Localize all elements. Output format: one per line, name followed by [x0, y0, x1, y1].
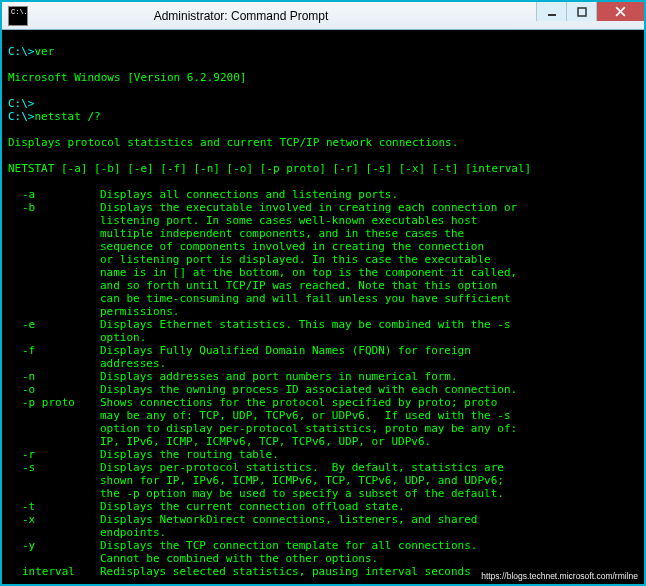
window-frame: C:\. Administrator: Command Prompt C:\>v…	[0, 0, 646, 586]
svg-rect-1	[578, 8, 586, 16]
option-row: -tDisplays the current connection offloa…	[8, 500, 638, 513]
option-row: -eDisplays Ethernet statistics. This may…	[8, 318, 638, 344]
option-row: -sDisplays per-protocol statistics. By d…	[8, 461, 638, 500]
option-desc: Displays the current connection offload …	[100, 500, 638, 513]
option-row: -xDisplays NetworkDirect connections, li…	[8, 513, 638, 539]
option-desc: Displays the owning process ID associate…	[100, 383, 638, 396]
option-desc: Displays addresses and port numbers in n…	[100, 370, 638, 383]
option-desc: Displays the executable involved in crea…	[100, 201, 638, 318]
option-flag: -f	[8, 344, 100, 370]
option-desc: Displays per-protocol statistics. By def…	[100, 461, 638, 500]
option-flag: -o	[8, 383, 100, 396]
option-desc: Shows connections for the protocol speci…	[100, 396, 638, 448]
window-buttons	[536, 2, 644, 29]
command-ver: ver	[35, 45, 55, 58]
option-flag: -r	[8, 448, 100, 461]
titlebar[interactable]: C:\. Administrator: Command Prompt	[2, 2, 644, 30]
option-flag: -x	[8, 513, 100, 539]
option-desc: Displays all connections and listening p…	[100, 188, 638, 201]
option-row: -bDisplays the executable involved in cr…	[8, 201, 638, 318]
source-url: https://blogs.technet.microsoft.com/rmil…	[481, 571, 638, 581]
ver-output: Microsoft Windows [Version 6.2.9200]	[8, 71, 246, 84]
maximize-button[interactable]	[566, 2, 596, 21]
option-desc: Displays the TCP connection template for…	[100, 539, 638, 565]
option-row: -yDisplays the TCP connection template f…	[8, 539, 638, 565]
options-list: -aDisplays all connections and listening…	[8, 188, 638, 578]
terminal-output: C:\>ver Microsoft Windows [Version 6.2.9…	[8, 32, 638, 578]
close-button[interactable]	[596, 2, 644, 21]
option-desc: Displays NetworkDirect connections, list…	[100, 513, 638, 539]
option-row: -oDisplays the owning process ID associa…	[8, 383, 638, 396]
netstat-desc: Displays protocol statistics and current…	[8, 136, 458, 149]
option-row: -p protoShows connections for the protoc…	[8, 396, 638, 448]
option-desc: Displays the routing table.	[100, 448, 638, 461]
option-flag: -t	[8, 500, 100, 513]
prompt: C:\>	[8, 110, 35, 123]
command-netstat: netstat /?	[35, 110, 101, 123]
window-title: Administrator: Command Prompt	[0, 9, 536, 23]
option-flag: -a	[8, 188, 100, 201]
option-row: -nDisplays addresses and port numbers in…	[8, 370, 638, 383]
minimize-button[interactable]	[536, 2, 566, 21]
option-flag: -s	[8, 461, 100, 500]
option-desc: Displays Ethernet statistics. This may b…	[100, 318, 638, 344]
option-row: -aDisplays all connections and listening…	[8, 188, 638, 201]
option-flag: -b	[8, 201, 100, 318]
netstat-usage: NETSTAT [-a] [-b] [-e] [-f] [-n] [-o] [-…	[8, 162, 531, 175]
terminal-area[interactable]: C:\>ver Microsoft Windows [Version 6.2.9…	[2, 30, 644, 584]
option-flag: -e	[8, 318, 100, 344]
prompt: C:\>	[8, 45, 35, 58]
prompt: C:\>	[8, 97, 35, 110]
option-flag: -n	[8, 370, 100, 383]
option-row: -fDisplays Fully Qualified Domain Names …	[8, 344, 638, 370]
option-desc: Displays Fully Qualified Domain Names (F…	[100, 344, 638, 370]
option-flag: -y	[8, 539, 100, 565]
option-flag: interval	[8, 565, 100, 578]
option-flag: -p proto	[8, 396, 100, 448]
option-row: -rDisplays the routing table.	[8, 448, 638, 461]
